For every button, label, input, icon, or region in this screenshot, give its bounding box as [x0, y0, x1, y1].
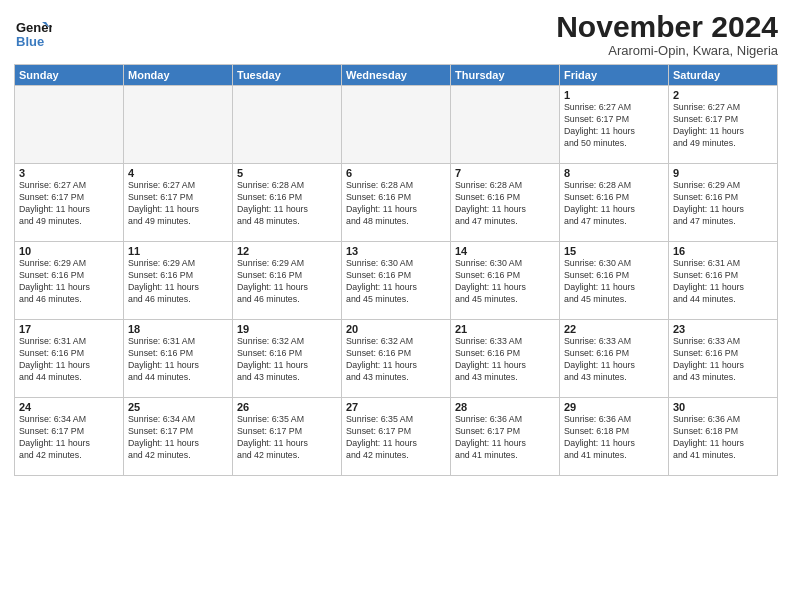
calendar-week-5: 24Sunrise: 6:34 AM Sunset: 6:17 PM Dayli…: [15, 398, 778, 476]
day-number: 5: [237, 167, 337, 179]
calendar-cell: 30Sunrise: 6:36 AM Sunset: 6:18 PM Dayli…: [669, 398, 778, 476]
day-info: Sunrise: 6:27 AM Sunset: 6:17 PM Dayligh…: [673, 102, 773, 150]
day-info: Sunrise: 6:33 AM Sunset: 6:16 PM Dayligh…: [564, 336, 664, 384]
header: General Blue November 2024 Araromi-Opin,…: [14, 10, 778, 58]
calendar-cell: 11Sunrise: 6:29 AM Sunset: 6:16 PM Dayli…: [124, 242, 233, 320]
day-info: Sunrise: 6:35 AM Sunset: 6:17 PM Dayligh…: [237, 414, 337, 462]
day-info: Sunrise: 6:36 AM Sunset: 6:17 PM Dayligh…: [455, 414, 555, 462]
day-number: 25: [128, 401, 228, 413]
day-number: 24: [19, 401, 119, 413]
day-info: Sunrise: 6:34 AM Sunset: 6:17 PM Dayligh…: [128, 414, 228, 462]
day-info: Sunrise: 6:28 AM Sunset: 6:16 PM Dayligh…: [346, 180, 446, 228]
calendar-header-sunday: Sunday: [15, 65, 124, 86]
logo: General Blue: [14, 14, 52, 52]
day-number: 10: [19, 245, 119, 257]
calendar-cell: 21Sunrise: 6:33 AM Sunset: 6:16 PM Dayli…: [451, 320, 560, 398]
calendar-cell: 14Sunrise: 6:30 AM Sunset: 6:16 PM Dayli…: [451, 242, 560, 320]
subtitle: Araromi-Opin, Kwara, Nigeria: [556, 43, 778, 58]
calendar-cell: 2Sunrise: 6:27 AM Sunset: 6:17 PM Daylig…: [669, 86, 778, 164]
day-info: Sunrise: 6:28 AM Sunset: 6:16 PM Dayligh…: [237, 180, 337, 228]
day-info: Sunrise: 6:32 AM Sunset: 6:16 PM Dayligh…: [346, 336, 446, 384]
calendar-cell: 17Sunrise: 6:31 AM Sunset: 6:16 PM Dayli…: [15, 320, 124, 398]
day-info: Sunrise: 6:34 AM Sunset: 6:17 PM Dayligh…: [19, 414, 119, 462]
day-number: 9: [673, 167, 773, 179]
day-number: 22: [564, 323, 664, 335]
calendar-cell: 10Sunrise: 6:29 AM Sunset: 6:16 PM Dayli…: [15, 242, 124, 320]
day-info: Sunrise: 6:29 AM Sunset: 6:16 PM Dayligh…: [128, 258, 228, 306]
calendar-cell: [451, 86, 560, 164]
calendar-cell: 29Sunrise: 6:36 AM Sunset: 6:18 PM Dayli…: [560, 398, 669, 476]
calendar-header-row: SundayMondayTuesdayWednesdayThursdayFrid…: [15, 65, 778, 86]
calendar-header-saturday: Saturday: [669, 65, 778, 86]
day-info: Sunrise: 6:27 AM Sunset: 6:17 PM Dayligh…: [128, 180, 228, 228]
day-info: Sunrise: 6:36 AM Sunset: 6:18 PM Dayligh…: [673, 414, 773, 462]
calendar-cell: [342, 86, 451, 164]
day-number: 13: [346, 245, 446, 257]
day-info: Sunrise: 6:27 AM Sunset: 6:17 PM Dayligh…: [564, 102, 664, 150]
day-number: 18: [128, 323, 228, 335]
day-number: 14: [455, 245, 555, 257]
calendar-cell: [15, 86, 124, 164]
day-info: Sunrise: 6:28 AM Sunset: 6:16 PM Dayligh…: [455, 180, 555, 228]
calendar-cell: 24Sunrise: 6:34 AM Sunset: 6:17 PM Dayli…: [15, 398, 124, 476]
day-number: 12: [237, 245, 337, 257]
calendar-cell: 12Sunrise: 6:29 AM Sunset: 6:16 PM Dayli…: [233, 242, 342, 320]
calendar-cell: 13Sunrise: 6:30 AM Sunset: 6:16 PM Dayli…: [342, 242, 451, 320]
calendar-week-1: 1Sunrise: 6:27 AM Sunset: 6:17 PM Daylig…: [15, 86, 778, 164]
day-number: 17: [19, 323, 119, 335]
calendar-cell: 8Sunrise: 6:28 AM Sunset: 6:16 PM Daylig…: [560, 164, 669, 242]
day-info: Sunrise: 6:33 AM Sunset: 6:16 PM Dayligh…: [455, 336, 555, 384]
day-info: Sunrise: 6:31 AM Sunset: 6:16 PM Dayligh…: [673, 258, 773, 306]
day-number: 28: [455, 401, 555, 413]
day-info: Sunrise: 6:29 AM Sunset: 6:16 PM Dayligh…: [673, 180, 773, 228]
calendar-cell: 5Sunrise: 6:28 AM Sunset: 6:16 PM Daylig…: [233, 164, 342, 242]
calendar-cell: 7Sunrise: 6:28 AM Sunset: 6:16 PM Daylig…: [451, 164, 560, 242]
calendar-cell: 20Sunrise: 6:32 AM Sunset: 6:16 PM Dayli…: [342, 320, 451, 398]
day-info: Sunrise: 6:32 AM Sunset: 6:16 PM Dayligh…: [237, 336, 337, 384]
calendar-cell: [233, 86, 342, 164]
calendar-cell: 28Sunrise: 6:36 AM Sunset: 6:17 PM Dayli…: [451, 398, 560, 476]
day-number: 2: [673, 89, 773, 101]
day-number: 7: [455, 167, 555, 179]
main-title: November 2024: [556, 10, 778, 43]
calendar-cell: 26Sunrise: 6:35 AM Sunset: 6:17 PM Dayli…: [233, 398, 342, 476]
day-number: 30: [673, 401, 773, 413]
day-number: 27: [346, 401, 446, 413]
logo-icon: General Blue: [14, 14, 52, 52]
calendar-week-2: 3Sunrise: 6:27 AM Sunset: 6:17 PM Daylig…: [15, 164, 778, 242]
calendar-cell: 16Sunrise: 6:31 AM Sunset: 6:16 PM Dayli…: [669, 242, 778, 320]
page-container: General Blue November 2024 Araromi-Opin,…: [0, 0, 792, 484]
day-number: 20: [346, 323, 446, 335]
day-info: Sunrise: 6:30 AM Sunset: 6:16 PM Dayligh…: [346, 258, 446, 306]
svg-text:Blue: Blue: [16, 34, 44, 49]
day-number: 4: [128, 167, 228, 179]
calendar-cell: 3Sunrise: 6:27 AM Sunset: 6:17 PM Daylig…: [15, 164, 124, 242]
day-number: 15: [564, 245, 664, 257]
calendar-cell: 27Sunrise: 6:35 AM Sunset: 6:17 PM Dayli…: [342, 398, 451, 476]
calendar-header-monday: Monday: [124, 65, 233, 86]
calendar-cell: [124, 86, 233, 164]
day-number: 16: [673, 245, 773, 257]
day-info: Sunrise: 6:35 AM Sunset: 6:17 PM Dayligh…: [346, 414, 446, 462]
calendar-header-thursday: Thursday: [451, 65, 560, 86]
calendar-cell: 25Sunrise: 6:34 AM Sunset: 6:17 PM Dayli…: [124, 398, 233, 476]
calendar-header-friday: Friday: [560, 65, 669, 86]
calendar-week-3: 10Sunrise: 6:29 AM Sunset: 6:16 PM Dayli…: [15, 242, 778, 320]
day-info: Sunrise: 6:36 AM Sunset: 6:18 PM Dayligh…: [564, 414, 664, 462]
day-number: 11: [128, 245, 228, 257]
calendar-cell: 23Sunrise: 6:33 AM Sunset: 6:16 PM Dayli…: [669, 320, 778, 398]
calendar-table: SundayMondayTuesdayWednesdayThursdayFrid…: [14, 64, 778, 476]
calendar-cell: 22Sunrise: 6:33 AM Sunset: 6:16 PM Dayli…: [560, 320, 669, 398]
calendar-cell: 6Sunrise: 6:28 AM Sunset: 6:16 PM Daylig…: [342, 164, 451, 242]
day-number: 19: [237, 323, 337, 335]
day-info: Sunrise: 6:30 AM Sunset: 6:16 PM Dayligh…: [455, 258, 555, 306]
calendar-cell: 18Sunrise: 6:31 AM Sunset: 6:16 PM Dayli…: [124, 320, 233, 398]
day-info: Sunrise: 6:28 AM Sunset: 6:16 PM Dayligh…: [564, 180, 664, 228]
calendar-cell: 9Sunrise: 6:29 AM Sunset: 6:16 PM Daylig…: [669, 164, 778, 242]
calendar-cell: 19Sunrise: 6:32 AM Sunset: 6:16 PM Dayli…: [233, 320, 342, 398]
day-number: 26: [237, 401, 337, 413]
day-info: Sunrise: 6:27 AM Sunset: 6:17 PM Dayligh…: [19, 180, 119, 228]
calendar-cell: 15Sunrise: 6:30 AM Sunset: 6:16 PM Dayli…: [560, 242, 669, 320]
calendar-cell: 1Sunrise: 6:27 AM Sunset: 6:17 PM Daylig…: [560, 86, 669, 164]
title-block: November 2024 Araromi-Opin, Kwara, Niger…: [556, 10, 778, 58]
